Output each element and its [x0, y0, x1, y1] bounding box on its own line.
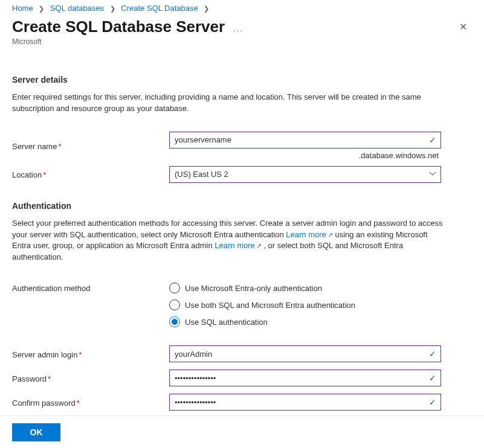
chevron-right-icon: ❯	[39, 5, 44, 12]
server-name-suffix: .database.windows.net	[169, 151, 441, 160]
server-admin-login-label: Server admin login*	[12, 349, 169, 359]
server-details-description: Enter required settings for this server,…	[12, 92, 447, 115]
breadcrumb-create-sql-database[interactable]: Create SQL Database	[121, 4, 198, 13]
more-icon[interactable]: ···	[233, 25, 244, 35]
radio-both-sql-entra[interactable]: Use both SQL and Microsoft Entra authent…	[169, 299, 441, 310]
confirm-password-label: Confirm password*	[12, 397, 169, 408]
page-header: Create SQL Database Server ··· ✕ Microso…	[0, 15, 484, 50]
external-link-icon: ↗	[256, 242, 262, 249]
authentication-method-label: Authentication method	[12, 283, 169, 293]
breadcrumb-sql-databases[interactable]: SQL databases	[50, 4, 104, 13]
form-scroll-area[interactable]: Server details Enter required settings f…	[0, 52, 484, 415]
radio-icon	[169, 299, 180, 310]
authentication-description: Select your preferred authentication met…	[12, 218, 447, 263]
radio-icon	[169, 283, 180, 293]
radio-icon-selected	[169, 316, 180, 327]
page-title: Create SQL Database Server	[12, 18, 225, 36]
password-input[interactable]	[169, 370, 441, 386]
breadcrumb-home[interactable]: Home	[12, 4, 33, 13]
learn-more-link-1[interactable]: Learn more↗	[286, 230, 332, 239]
password-label: Password*	[12, 373, 169, 383]
ok-button[interactable]: OK	[12, 423, 60, 441]
radio-sql-auth[interactable]: Use SQL authentication	[169, 316, 441, 327]
chevron-right-icon: ❯	[110, 5, 115, 12]
location-select[interactable]: (US) East US 2	[169, 166, 441, 183]
section-title-server-details: Server details	[12, 75, 472, 85]
server-admin-login-input[interactable]	[169, 345, 441, 362]
radio-label: Use both SQL and Microsoft Entra authent…	[185, 301, 355, 310]
close-icon[interactable]: ✕	[459, 21, 467, 33]
server-name-label: Server name*	[12, 141, 169, 151]
confirm-password-input[interactable]	[169, 394, 441, 411]
location-label: Location*	[12, 169, 169, 179]
breadcrumb: Home ❯ SQL databases ❯ Create SQL Databa…	[0, 0, 484, 15]
radio-entra-only[interactable]: Use Microsoft Entra-only authentication	[169, 283, 441, 293]
footer-bar: OK	[0, 415, 484, 448]
chevron-right-icon: ❯	[204, 5, 209, 12]
external-link-icon: ↗	[328, 231, 333, 238]
radio-label: Use SQL authentication	[185, 318, 268, 327]
page-subtitle: Microsoft	[12, 37, 472, 46]
radio-label: Use Microsoft Entra-only authentication	[185, 284, 322, 293]
server-name-input[interactable]	[169, 132, 441, 149]
learn-more-link-2[interactable]: Learn more↗	[215, 241, 261, 250]
section-title-authentication: Authentication	[12, 201, 472, 211]
